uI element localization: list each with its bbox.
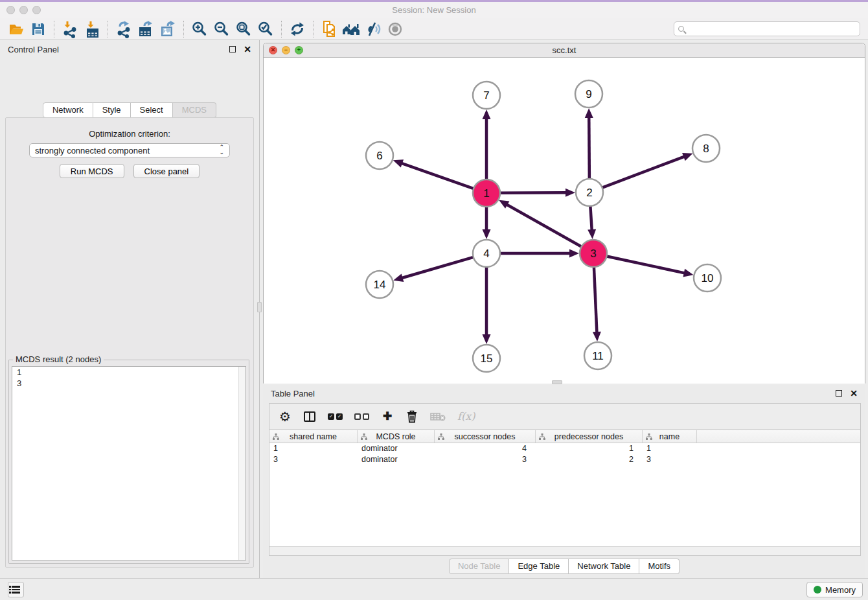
- result-scrollbar[interactable]: [238, 367, 246, 560]
- table-cell[interactable]: 3: [643, 454, 697, 465]
- open-session-icon[interactable]: [5, 19, 27, 39]
- table-cell[interactable]: 3: [435, 454, 536, 465]
- close-table-panel-icon[interactable]: ✕: [850, 389, 858, 398]
- delete-columns-icon[interactable]: [405, 409, 418, 424]
- show-graphics-details-icon[interactable]: [384, 19, 406, 39]
- column-header-successor-nodes[interactable]: successor nodes: [435, 430, 536, 443]
- edge-arrowhead: [393, 273, 404, 281]
- graph-edge-2-8[interactable]: [602, 156, 685, 187]
- table-cell[interactable]: 1: [269, 443, 358, 454]
- panel-splitter-grip[interactable]: [257, 302, 262, 312]
- zoom-out-icon[interactable]: [211, 19, 233, 39]
- column-header-name[interactable]: name: [643, 430, 697, 443]
- network-window-title: scc.txt: [264, 45, 865, 55]
- graph-edge-1-2[interactable]: [500, 192, 567, 193]
- graph-edge-2-3[interactable]: [590, 206, 591, 231]
- zoom-in-icon[interactable]: [188, 19, 211, 39]
- edge-arrowhead: [569, 249, 579, 258]
- create-column-icon[interactable]: ✚: [381, 409, 394, 424]
- table-tab-motifs[interactable]: Motifs: [639, 559, 680, 574]
- close-panel-button[interactable]: Close panel: [133, 164, 200, 178]
- import-network-icon[interactable]: [59, 19, 81, 39]
- table-cell[interactable]: 3: [269, 454, 358, 465]
- column-header-MCDS-role[interactable]: MCDS role: [358, 430, 435, 443]
- edge-arrowhead: [565, 189, 575, 197]
- memory-status-icon: [814, 586, 821, 594]
- float-table-panel-icon[interactable]: [836, 390, 842, 397]
- table-cell[interactable]: dominator: [358, 443, 435, 454]
- search-input[interactable]: [684, 22, 860, 36]
- zoom-fit-icon[interactable]: [233, 19, 255, 39]
- graph-node-label-10: 10: [702, 272, 714, 284]
- table-options-icon[interactable]: ⚙: [279, 409, 291, 424]
- show-columns-icon[interactable]: [303, 409, 316, 424]
- view-table-splitter-grip[interactable]: [552, 380, 562, 384]
- save-session-icon[interactable]: [27, 19, 49, 39]
- control-panel-title: Control Panel: [8, 45, 59, 54]
- mcds-result-item[interactable]: 3: [12, 378, 246, 389]
- zoom-selected-icon[interactable]: [255, 19, 277, 39]
- graph-edge-3-1[interactable]: [506, 204, 581, 247]
- export-network-icon[interactable]: [113, 19, 135, 39]
- edge-arrowhead: [483, 334, 491, 344]
- control-tab-mcds[interactable]: MCDS: [173, 102, 216, 118]
- graph-edge-1-6[interactable]: [401, 163, 474, 189]
- table-row[interactable]: 1dominator411: [269, 443, 860, 454]
- status-bar: Memory: [0, 578, 868, 600]
- table-cell[interactable]: 2: [536, 454, 643, 465]
- select-all-columns-icon[interactable]: ✓✓: [328, 409, 343, 424]
- edge-arrowhead: [585, 108, 593, 118]
- clone-network-icon[interactable]: [318, 19, 340, 39]
- graph-edge-3-10[interactable]: [607, 256, 685, 273]
- table-row[interactable]: 3dominator323: [269, 454, 860, 465]
- control-tab-style[interactable]: Style: [93, 102, 131, 118]
- mcds-result-list[interactable]: 13: [12, 366, 246, 560]
- float-panel-icon[interactable]: [229, 46, 236, 52]
- search-icon: [678, 26, 684, 32]
- search-box: [674, 21, 860, 36]
- application-window: Session: New Session: [0, 0, 868, 600]
- table-horizontal-scrollbar[interactable]: [269, 546, 860, 555]
- graph-node-label-2: 2: [586, 187, 592, 199]
- graph-node-label-6: 6: [376, 150, 382, 162]
- mcds-result-title: MCDS result (2 nodes): [13, 354, 104, 364]
- network-view-window: ✕ − + scc.txt 7968124314101511: [263, 43, 865, 384]
- export-table-icon[interactable]: [135, 19, 157, 39]
- graph-edge-4-14[interactable]: [402, 257, 474, 278]
- task-history-button[interactable]: [8, 582, 24, 597]
- network-window-titlebar[interactable]: ✕ − + scc.txt: [264, 43, 865, 58]
- table-cell[interactable]: 1: [643, 443, 697, 454]
- import-table-icon[interactable]: [81, 19, 103, 39]
- graph-node-label-15: 15: [481, 352, 493, 365]
- hide-graphics-details-icon[interactable]: [362, 19, 384, 39]
- table-tab-node-table[interactable]: Node Table: [449, 559, 510, 574]
- first-neighbors-icon[interactable]: [340, 19, 362, 39]
- column-header-predecessor-nodes[interactable]: predecessor nodes: [536, 430, 643, 443]
- control-panel-tabs: NetworkStyleSelectMCDS: [0, 102, 259, 118]
- memory-button[interactable]: Memory: [806, 582, 863, 597]
- control-tab-network[interactable]: Network: [43, 102, 93, 118]
- delete-table-icon: [430, 409, 446, 424]
- node-table: shared nameMCDS rolesuccessor nodesprede…: [269, 430, 860, 546]
- table-cell[interactable]: 4: [435, 443, 536, 454]
- optimization-criterion-select[interactable]: strongly connected component ⌃⌄: [29, 143, 230, 157]
- network-canvas[interactable]: 7968124314101511: [264, 58, 865, 384]
- control-tab-select[interactable]: Select: [131, 102, 173, 118]
- toolbar-separator: [108, 21, 108, 38]
- unselect-all-columns-icon[interactable]: [354, 409, 369, 424]
- table-toolbar: ⚙ ✓✓ ✚ f(x): [269, 404, 860, 430]
- table-cell[interactable]: dominator: [358, 454, 435, 465]
- network-graph: 7968124314101511: [264, 58, 865, 384]
- table-tab-network-table[interactable]: Network Table: [569, 559, 639, 574]
- edge-arrowhead: [593, 332, 601, 341]
- table-cell[interactable]: 1: [536, 443, 643, 454]
- close-panel-icon[interactable]: ✕: [244, 45, 251, 54]
- mcds-result-item[interactable]: 1: [12, 367, 246, 378]
- apply-layout-icon[interactable]: [286, 19, 308, 39]
- graph-edge-3-11[interactable]: [594, 267, 597, 333]
- graph-edge-2-9[interactable]: [589, 117, 589, 179]
- column-header-shared-name[interactable]: shared name: [269, 430, 358, 443]
- table-tab-edge-table[interactable]: Edge Table: [509, 559, 569, 574]
- export-image-icon[interactable]: [157, 19, 179, 39]
- run-mcds-button[interactable]: Run MCDS: [60, 164, 124, 178]
